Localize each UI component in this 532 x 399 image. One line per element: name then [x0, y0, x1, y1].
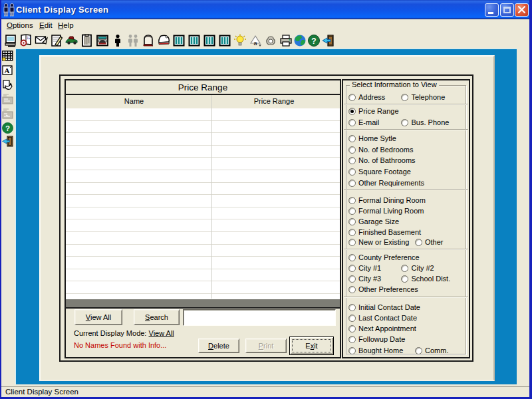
- svg-text:12: 12: [27, 36, 31, 40]
- svg-text:?: ?: [5, 124, 10, 132]
- svg-text:?: ?: [311, 37, 316, 46]
- svg-text:a: a: [253, 40, 257, 47]
- svg-text:A: A: [5, 66, 10, 74]
